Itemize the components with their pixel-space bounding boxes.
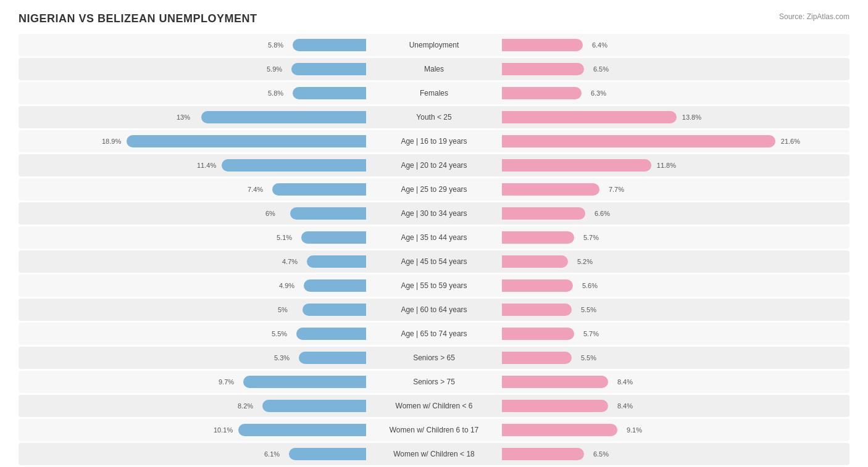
bar-nigerian: 5.9% bbox=[291, 63, 366, 75]
value-belizean: 6.5% bbox=[593, 450, 609, 458]
right-section: 5.6% bbox=[502, 275, 849, 297]
bar-label: Women w/ Children 6 to 17 bbox=[366, 426, 502, 434]
right-section: 9.1% bbox=[502, 419, 849, 441]
bar-row: 5.9% Males 6.5% bbox=[19, 58, 849, 80]
bar-label: Age | 60 to 64 years bbox=[366, 305, 502, 314]
right-section: 6.5% bbox=[502, 443, 849, 465]
bar-row: 8.2% Women w/ Children < 6 8.4% bbox=[19, 395, 849, 417]
bar-nigerian: 5.8% bbox=[293, 87, 366, 99]
right-section: 6.5% bbox=[502, 58, 849, 80]
bars-wrapper: 10.1% Women w/ Children 6 to 17 9.1% bbox=[19, 419, 849, 441]
right-section: 5.7% bbox=[502, 323, 849, 345]
bar-row: 5.3% Seniors > 65 5.5% bbox=[19, 347, 849, 369]
bar-belizean: 8.4% bbox=[502, 376, 608, 388]
left-section: 5.3% bbox=[19, 347, 366, 369]
bars-wrapper: 18.9% Age | 16 to 19 years 21.6% bbox=[19, 130, 849, 152]
bars-wrapper: 5.8% Females 6.3% bbox=[19, 82, 849, 104]
right-section: 5.2% bbox=[502, 250, 849, 273]
bar-label: Age | 30 to 34 years bbox=[366, 209, 502, 218]
right-section: 13.8% bbox=[502, 106, 849, 128]
value-belizean: 8.4% bbox=[617, 378, 633, 386]
bars-wrapper: 6.1% Women w/ Children < 18 6.5% bbox=[19, 443, 849, 465]
value-nigerian: 5% bbox=[278, 306, 288, 313]
value-belizean: 8.4% bbox=[617, 402, 633, 410]
bar-nigerian: 9.7% bbox=[243, 376, 366, 388]
chart-container: NIGERIAN VS BELIZEAN UNEMPLOYMENT Source… bbox=[0, 0, 868, 467]
right-section: 8.4% bbox=[502, 371, 849, 393]
bar-row: 6.1% Women w/ Children < 18 6.5% bbox=[19, 443, 849, 465]
bar-nigerian: 5.5% bbox=[296, 328, 366, 340]
value-nigerian: 5.9% bbox=[267, 65, 282, 73]
left-section: 13% bbox=[19, 106, 366, 128]
right-section: 11.8% bbox=[502, 154, 849, 176]
bar-belizean: 13.8% bbox=[502, 111, 677, 123]
value-nigerian: 5.8% bbox=[268, 89, 283, 97]
bar-nigerian: 6.1% bbox=[289, 448, 366, 460]
bars-wrapper: 4.9% Age | 55 to 59 years 5.6% bbox=[19, 275, 849, 297]
bars-wrapper: 5% Age | 60 to 64 years 5.5% bbox=[19, 299, 849, 321]
bar-label: Males bbox=[366, 65, 502, 73]
left-section: 5.1% bbox=[19, 226, 366, 249]
bar-label: Women w/ Children < 6 bbox=[366, 402, 502, 410]
value-nigerian: 4.9% bbox=[279, 282, 294, 289]
bar-belizean: 6.5% bbox=[502, 448, 584, 460]
right-section: 5.5% bbox=[502, 347, 849, 369]
bar-belizean: 5.7% bbox=[502, 231, 574, 244]
left-section: 8.2% bbox=[19, 395, 366, 417]
bar-belizean: 5.7% bbox=[502, 328, 574, 340]
bar-belizean: 6.4% bbox=[502, 39, 583, 51]
bar-row: 5% Age | 60 to 64 years 5.5% bbox=[19, 299, 849, 321]
bar-nigerian: 11.4% bbox=[222, 159, 366, 172]
chart-header: NIGERIAN VS BELIZEAN UNEMPLOYMENT Source… bbox=[19, 12, 849, 25]
bar-row: 4.7% Age | 45 to 54 years 5.2% bbox=[19, 250, 849, 273]
left-section: 9.7% bbox=[19, 371, 366, 393]
bars-wrapper: 9.7% Seniors > 75 8.4% bbox=[19, 371, 849, 393]
bar-label: Age | 25 to 29 years bbox=[366, 185, 502, 194]
bar-label: Age | 45 to 54 years bbox=[366, 257, 502, 266]
value-belizean: 5.6% bbox=[582, 282, 598, 289]
bars-wrapper: 5.5% Age | 65 to 74 years 5.7% bbox=[19, 323, 849, 345]
bar-belizean: 5.2% bbox=[502, 255, 568, 268]
bar-belizean: 9.1% bbox=[502, 424, 617, 436]
right-section: 5.7% bbox=[502, 226, 849, 249]
value-belizean: 9.1% bbox=[627, 426, 642, 434]
value-nigerian: 5.3% bbox=[274, 354, 290, 362]
value-nigerian: 7.4% bbox=[248, 186, 263, 193]
bars-wrapper: 11.4% Age | 20 to 24 years 11.8% bbox=[19, 154, 849, 176]
left-section: 11.4% bbox=[19, 154, 366, 176]
left-section: 4.7% bbox=[19, 250, 366, 273]
chart-area: 5.8% Unemployment 6.4% 5.9% Males 6.5% bbox=[19, 34, 849, 465]
chart-source: Source: ZipAtlas.com bbox=[779, 12, 849, 21]
value-belizean: 6.3% bbox=[591, 89, 606, 97]
left-section: 5.9% bbox=[19, 58, 366, 80]
bars-wrapper: 6% Age | 30 to 34 years 6.6% bbox=[19, 202, 849, 225]
bar-row: 7.4% Age | 25 to 29 years 7.7% bbox=[19, 178, 849, 200]
value-nigerian: 13% bbox=[177, 114, 190, 121]
bar-row: 4.9% Age | 55 to 59 years 5.6% bbox=[19, 275, 849, 297]
value-nigerian: 10.1% bbox=[214, 426, 233, 434]
bar-label: Females bbox=[366, 89, 502, 97]
value-belizean: 5.7% bbox=[583, 330, 599, 337]
left-section: 7.4% bbox=[19, 178, 366, 200]
bar-row: 10.1% Women w/ Children 6 to 17 9.1% bbox=[19, 419, 849, 441]
value-nigerian: 11.4% bbox=[197, 162, 216, 169]
bar-nigerian: 13% bbox=[201, 111, 366, 123]
bar-belizean: 6.6% bbox=[502, 207, 585, 220]
bar-belizean: 5.5% bbox=[502, 304, 572, 316]
value-belizean: 6.6% bbox=[595, 210, 610, 217]
right-section: 7.7% bbox=[502, 178, 849, 200]
bar-row: 13% Youth < 25 13.8% bbox=[19, 106, 849, 128]
bar-row: 5.5% Age | 65 to 74 years 5.7% bbox=[19, 323, 849, 345]
value-nigerian: 8.2% bbox=[238, 402, 253, 410]
bar-label: Age | 20 to 24 years bbox=[366, 161, 502, 170]
value-belizean: 5.5% bbox=[581, 354, 596, 362]
value-nigerian: 9.7% bbox=[219, 378, 234, 386]
bar-label: Age | 65 to 74 years bbox=[366, 329, 502, 338]
bar-label: Unemployment bbox=[366, 41, 502, 49]
bar-nigerian: 5% bbox=[303, 304, 366, 316]
bar-belizean: 11.8% bbox=[502, 159, 651, 172]
bar-nigerian: 5.1% bbox=[301, 231, 366, 244]
bar-label: Women w/ Children < 18 bbox=[366, 450, 502, 458]
bar-row: 6% Age | 30 to 34 years 6.6% bbox=[19, 202, 849, 225]
value-belizean: 7.7% bbox=[609, 186, 624, 193]
